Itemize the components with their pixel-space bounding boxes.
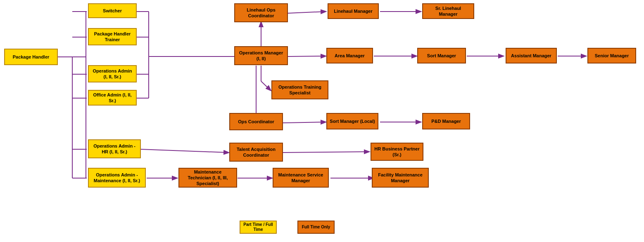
sort-manager-node: Sort Manager — [417, 48, 466, 63]
svg-line-24 — [283, 122, 326, 123]
sr-linehaul-mgr-node: Sr. Linehaul Manager — [422, 3, 474, 19]
svg-line-30 — [283, 152, 369, 153]
svg-line-29 — [140, 149, 228, 153]
maint-svc-mgr-node: Maintenance Service Manager — [273, 168, 329, 188]
svg-line-22 — [261, 81, 271, 90]
ops-coord-node: Ops Coordinator — [229, 113, 283, 130]
legend-full-time: Full Time Only — [297, 221, 335, 234]
legend-yellow-box: Part Time / Full Time — [240, 221, 277, 234]
svg-line-17 — [288, 12, 326, 13]
svg-line-20 — [288, 56, 326, 56]
linehaul-ops-coord-node: Linehaul Ops Coordinator — [234, 3, 288, 22]
pd-manager-node: P&D Manager — [422, 113, 470, 129]
ops-admin-maint-node: Operations Admin - Maintenance (I, II, S… — [88, 168, 146, 188]
org-chart-diagram: Package HandlerSwitcherPackage Handler T… — [0, 0, 644, 242]
senior-manager-node: Senior Manager — [587, 48, 636, 63]
facility-maint-mgr-node: Facility Maintenance Manager — [372, 168, 429, 188]
switcher-node: Switcher — [88, 3, 137, 18]
ops-admin-node: Operations Admin (I, II, Sr.) — [88, 65, 137, 82]
package-handler-node: Package Handler — [4, 49, 58, 65]
ops-training-spec-node: Operations Training Specialist — [271, 80, 328, 99]
sort-manager-local-node: Sort Manager (Local) — [326, 113, 378, 129]
area-manager-node: Area Manager — [326, 48, 373, 63]
legend-part-time: Part Time / Full Time — [240, 221, 277, 234]
office-admin-node: Office Admin (I, II, Sr.) — [88, 90, 137, 106]
legend-orange-box: Full Time Only — [297, 221, 335, 234]
asst-manager-node: Assistant Manager — [506, 48, 557, 63]
pkg-trainer-node: Package Handler Trainer — [88, 28, 137, 45]
hr-biz-partner-node: HR Business Partner (Sr.) — [371, 143, 423, 161]
ops-manager-node: Operations Manager (I, II) — [234, 46, 288, 65]
linehaul-manager-node: Linehaul Manager — [328, 3, 379, 19]
talent-acq-coord-node: Talent Acquisition Coordinator — [229, 143, 283, 162]
maint-tech-node: Maintenance Technician (I, II, III, Spec… — [178, 168, 237, 188]
ops-admin-hr-node: Operations Admin - HR (I, II, Sr.) — [88, 139, 141, 158]
